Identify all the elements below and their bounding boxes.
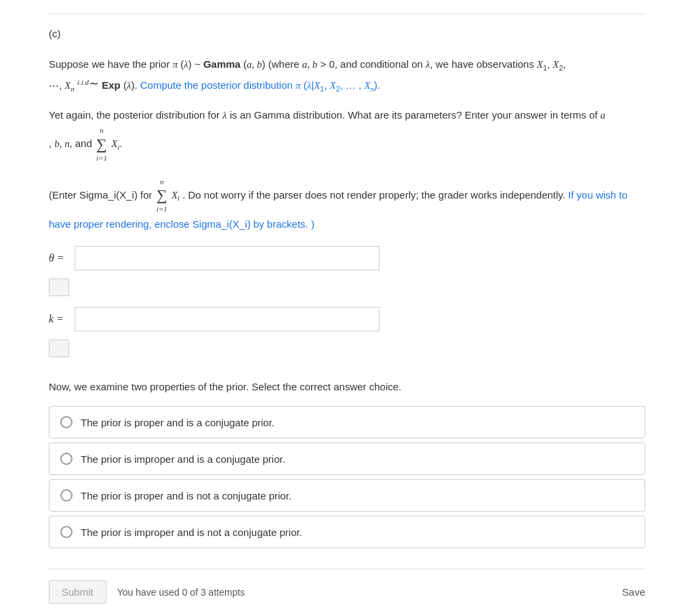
- radio-label-3: The prior is proper and is not a conjuga…: [81, 490, 291, 501]
- k-row: k =: [49, 307, 645, 331]
- attempts-text: You have used 0 of 3 attempts: [117, 587, 245, 598]
- part-label: (c): [49, 28, 645, 39]
- radio-label-2: The prior is improper and is a conjugate…: [81, 453, 285, 465]
- top-divider: [49, 14, 645, 14]
- save-button[interactable]: Save: [622, 586, 645, 598]
- radio-option-3[interactable]: The prior is proper and is not a conjuga…: [49, 479, 645, 512]
- radio-option-4[interactable]: The prior is improper and is not a conju…: [49, 516, 645, 548]
- radio-circle-4: [60, 526, 73, 538]
- radio-option-2[interactable]: The prior is improper and is a conjugate…: [49, 443, 645, 475]
- theta-row: θ =: [49, 246, 645, 270]
- radio-options-group: The prior is proper and is a conjugate p…: [49, 406, 645, 548]
- theta-input[interactable]: [75, 246, 380, 270]
- radio-circle-1: [60, 416, 73, 428]
- bottom-left: Submit You have used 0 of 3 attempts: [49, 580, 245, 604]
- section2-text: Now, we examine two properties of the pr…: [49, 379, 645, 395]
- k-check-button[interactable]: [49, 340, 69, 357]
- k-label: k =: [49, 313, 69, 325]
- radio-label-1: The prior is proper and is a conjugate p…: [81, 417, 274, 428]
- radio-circle-3: [60, 489, 73, 501]
- theta-check-button[interactable]: [49, 279, 69, 296]
- k-input[interactable]: [75, 307, 380, 331]
- problem-statement: Suppose we have the prior π (λ) ~ Gamma …: [49, 56, 645, 96]
- problem-para2: Yet again, the posterior distribution fo…: [49, 106, 645, 165]
- radio-label-4: The prior is improper and is not a conju…: [81, 527, 302, 538]
- submit-button[interactable]: Submit: [49, 580, 106, 604]
- instruction-text: (Enter Sigma_i(X_i) for n ∑ i=1 Xi . Do …: [49, 176, 645, 233]
- radio-circle-2: [60, 453, 73, 465]
- theta-label: θ =: [49, 252, 69, 264]
- bottom-bar: Submit You have used 0 of 3 attempts Sav…: [49, 569, 645, 615]
- radio-option-1[interactable]: The prior is proper and is a conjugate p…: [49, 406, 645, 438]
